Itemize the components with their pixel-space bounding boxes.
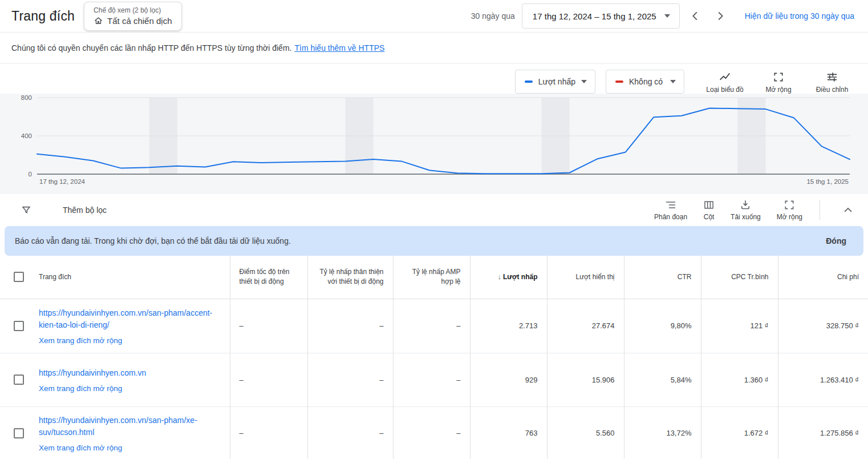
view-mode-chip[interactable]: Chế độ xem (2 bộ lọc) Tất cả chiến dịch xyxy=(84,2,181,31)
expanded-landing-page-link[interactable]: Xem trang đích mở rộng xyxy=(39,336,224,345)
toolbar-divider xyxy=(820,200,820,220)
line-chart: 040080017 thg 12, 202415 thg 1, 2025 xyxy=(0,94,868,194)
chart-expand-button[interactable]: Mở rộng xyxy=(756,71,801,94)
expanded-landing-page-link[interactable]: Xem trang đích mở rộng xyxy=(39,444,224,452)
table-row: https://hyundaivinhyen.com.vn Xem trang … xyxy=(0,353,868,406)
cell-avg-cpc: 1.360 ₫ xyxy=(701,353,778,406)
cell-mobile-friendly-ctr: – xyxy=(307,406,393,459)
landing-page-url[interactable]: https://hyundaivinhyen.com.vn/san-pham/x… xyxy=(39,414,224,438)
chart-adjust-label: Điều chỉnh xyxy=(816,86,849,94)
page-header: Trang đích Chế độ xem (2 bộ lọc) Tất cả … xyxy=(0,0,868,33)
svg-text:17 thg 12, 2024: 17 thg 12, 2024 xyxy=(39,178,86,185)
expand-icon xyxy=(784,199,795,211)
next-period-button[interactable] xyxy=(711,6,730,26)
landing-page-url[interactable]: https://hyundaivinhyen.com.vn/san-pham/a… xyxy=(39,307,224,331)
expand-table-button[interactable]: Mở rộng xyxy=(777,199,802,221)
cell-ctr: 5,84% xyxy=(624,353,701,406)
cell-mobile-speed: – xyxy=(230,353,307,406)
view-mode-label: Chế độ xem (2 bộ lọc) xyxy=(94,6,172,14)
chart-expand-label: Mở rộng xyxy=(765,86,791,94)
select-all-checkbox[interactable] xyxy=(14,272,24,282)
sort-descending-icon: ↓ xyxy=(497,272,501,281)
line-chart-svg: 040080017 thg 12, 202415 thg 1, 2025 xyxy=(0,94,868,194)
cell-mobile-friendly-ctr: – xyxy=(307,353,393,406)
metric1-label: Lượt nhấp xyxy=(538,77,575,86)
row-checkbox[interactable] xyxy=(14,428,24,438)
line-chart-icon xyxy=(719,70,731,83)
notice-link[interactable]: Tìm hiểu thêm về HTTPS xyxy=(294,43,384,53)
header-mobile-speed[interactable]: Điểm tốc độ trên thiết bị di động xyxy=(230,256,307,299)
cell-impressions: 5.560 xyxy=(547,406,624,459)
table-row: https://hyundaivinhyen.com.vn/san-pham/a… xyxy=(0,299,868,353)
svg-text:0: 0 xyxy=(29,171,32,178)
banner-close-button[interactable]: Đóng xyxy=(826,236,846,245)
landing-page-url[interactable]: https://hyundaivinhyen.com.vn xyxy=(39,367,224,379)
cell-avg-cpc: 1.672 ₫ xyxy=(701,406,778,459)
metric2-color-dash xyxy=(615,80,623,83)
metric1-color-dash xyxy=(525,80,533,83)
header-clicks[interactable]: ↓Lượt nhấp xyxy=(470,256,547,299)
metric2-dropdown[interactable]: Không có xyxy=(606,70,684,94)
header-impressions[interactable]: Lượt hiển thị xyxy=(547,256,624,299)
header-avg-cpc[interactable]: CPC Tr.bình xyxy=(701,256,778,299)
cell-cost: 328.750 ₫ xyxy=(778,299,868,353)
header-amp-ctr[interactable]: Tỷ lệ nhấp AMP hợp lệ xyxy=(393,256,470,299)
landing-pages-table: Trang đích Điểm tốc độ trên thiết bị di … xyxy=(0,256,868,459)
collapse-table-button[interactable] xyxy=(837,199,859,221)
header-landing-page[interactable]: Trang đích xyxy=(32,256,230,299)
chart-adjust-button[interactable]: Điều chỉnh xyxy=(810,71,854,94)
segment-button[interactable]: Phân đoạn xyxy=(654,199,687,221)
cell-ctr: 13,72% xyxy=(624,406,701,459)
https-notice: Chúng tôi có quyền chuyển các lần nhấp H… xyxy=(0,33,868,64)
cell-impressions: 15.906 xyxy=(547,353,624,406)
row-checkbox[interactable] xyxy=(14,321,24,331)
filter-icon[interactable] xyxy=(21,204,32,216)
columns-button[interactable]: Cột xyxy=(703,199,715,221)
svg-text:800: 800 xyxy=(21,94,32,101)
cell-ctr: 9,80% xyxy=(624,299,701,353)
columns-label: Cột xyxy=(704,213,715,221)
notice-text: Chúng tôi có quyền chuyển các lần nhấp H… xyxy=(11,43,291,53)
date-range-value: 17 thg 12, 2024 – 15 thg 1, 2025 xyxy=(533,11,656,21)
table-header-row: Trang đích Điểm tốc độ trên thiết bị di … xyxy=(0,256,868,299)
cell-impressions: 27.674 xyxy=(547,299,624,353)
previous-period-button[interactable] xyxy=(686,6,705,26)
cell-clicks: 929 xyxy=(470,353,547,406)
row-checkbox[interactable] xyxy=(14,375,24,385)
show-data-link[interactable]: Hiện dữ liệu trong 30 ngày qua xyxy=(745,11,854,21)
page-title: Trang đích xyxy=(11,9,75,24)
loading-banner-text: Báo cáo vẫn đang tải. Trong khi chờ đợi,… xyxy=(15,236,291,245)
cell-amp-ctr: – xyxy=(393,299,470,353)
chart-section: Lượt nhấp Không có Loại biểu đồ Mở rộng xyxy=(0,64,868,194)
expand-icon xyxy=(773,71,784,83)
metric1-dropdown[interactable]: Lượt nhấp xyxy=(515,70,595,94)
columns-icon xyxy=(703,199,715,211)
home-icon xyxy=(94,16,103,26)
cell-mobile-speed: – xyxy=(230,299,307,353)
cell-cost: 1.275.856 ₫ xyxy=(778,406,868,459)
download-icon xyxy=(740,199,751,211)
cell-clicks: 763 xyxy=(470,406,547,459)
cell-cost: 1.263.410 ₫ xyxy=(778,353,868,406)
segment-icon xyxy=(665,199,676,211)
chevron-down-icon xyxy=(581,80,587,83)
loading-banner: Báo cáo vẫn đang tải. Trong khi chờ đợi,… xyxy=(5,226,863,256)
header-ctr[interactable]: CTR xyxy=(624,256,701,299)
cell-amp-ctr: – xyxy=(393,406,470,459)
header-cost[interactable]: Chi phí xyxy=(778,256,868,299)
cell-avg-cpc: 121 ₫ xyxy=(701,299,778,353)
chevron-down-icon xyxy=(664,14,670,18)
download-button[interactable]: Tải xuống xyxy=(731,199,761,221)
download-label: Tải xuống xyxy=(731,213,761,221)
header-mobile-friendly-ctr[interactable]: Tỷ lệ nhấp thân thiện với thiết bị di độ… xyxy=(307,256,393,299)
chevron-down-icon xyxy=(670,80,676,83)
tune-icon xyxy=(826,71,838,83)
add-filter-button[interactable]: Thêm bộ lọc xyxy=(63,206,107,215)
chart-type-button[interactable]: Loại biểu đồ xyxy=(703,70,747,94)
expanded-landing-page-link[interactable]: Xem trang đích mở rộng xyxy=(39,384,224,393)
date-range-picker[interactable]: 17 thg 12, 2024 – 15 thg 1, 2025 xyxy=(522,3,680,29)
cell-mobile-friendly-ctr: – xyxy=(307,299,393,353)
segment-label: Phân đoạn xyxy=(654,213,687,221)
table-row: https://hyundaivinhyen.com.vn/san-pham/x… xyxy=(0,406,868,459)
expand-table-label: Mở rộng xyxy=(777,213,802,221)
